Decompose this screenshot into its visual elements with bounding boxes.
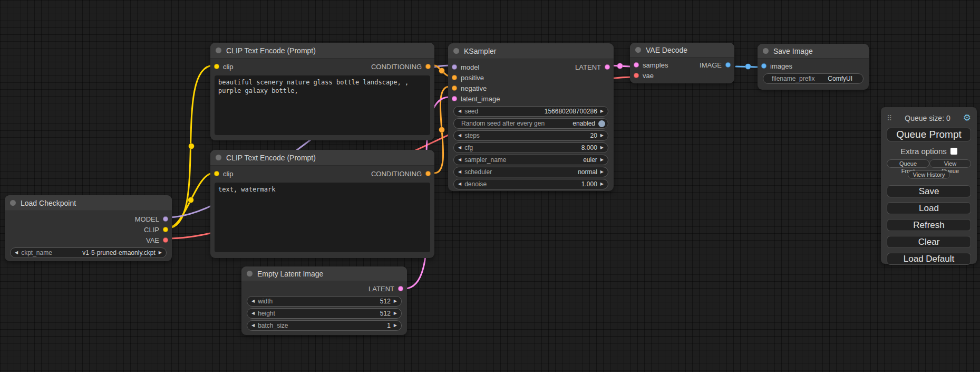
node-empty-latent-image[interactable]: Empty Latent Image LATENT ◀ width 512 ▶ … [241,266,407,335]
model-output-slot[interactable] [163,216,168,222]
queue-prompt-button[interactable]: Queue Prompt [887,128,971,141]
next-arrow-icon[interactable]: ▶ [600,170,604,174]
negative-input-slot[interactable] [452,85,457,91]
latent-output-slot[interactable] [605,64,610,70]
slot-label: LATENT [368,285,394,293]
prev-arrow-icon[interactable]: ◀ [458,109,461,113]
positive-input-slot[interactable] [452,75,457,80]
slot-label: samples [643,61,668,69]
width-stepper[interactable]: ◀ width 512 ▶ [247,296,402,307]
widget-value: 156680208700286 [545,108,597,115]
queue-panel[interactable]: ⠿ Queue size: 0 ⚙ Queue Prompt Extra opt… [881,107,977,264]
height-stepper[interactable]: ◀ height 512 ▶ [247,308,402,319]
node-load-checkpoint[interactable]: Load Checkpoint MODEL CLIP VAE ◀ ckpt_na… [5,195,172,261]
prev-arrow-icon[interactable]: ◀ [458,170,461,174]
extra-options-checkbox[interactable] [950,148,957,155]
next-arrow-icon[interactable]: ▶ [394,311,397,316]
seed-stepper[interactable]: ◀ seed 156680208700286 ▶ [453,106,608,117]
collapse-dot-icon[interactable] [763,48,769,54]
collapse-dot-icon[interactable] [216,155,221,160]
random-seed-toggle[interactable]: Random seed after every gen enabled [453,118,608,129]
next-arrow-icon[interactable]: ▶ [394,299,397,303]
toggle-knob-icon[interactable] [598,120,605,127]
scheduler-combo[interactable]: ◀ scheduler normal ▶ [453,167,608,177]
node-ksampler[interactable]: KSampler model LATENT positive negative … [448,43,614,191]
node-save-image[interactable]: Save Image images filename_prefix ComfyU… [758,44,869,90]
widget-label: batch_size [258,322,288,329]
widget-label: denoise [464,180,487,188]
next-arrow-icon[interactable]: ▶ [600,158,604,162]
node-vae-decode[interactable]: VAE Decode samples IMAGE vae [630,43,734,83]
images-input-slot[interactable] [761,63,766,69]
link-dot [439,127,445,133]
sampler-name-combo[interactable]: ◀ sampler_name euler ▶ [453,155,608,165]
node-header[interactable]: CLIP Text Encode (Prompt) [210,43,434,59]
prev-arrow-icon[interactable]: ◀ [458,158,461,162]
save-button[interactable]: Save [887,185,971,197]
widget-label: steps [464,132,480,139]
vae-input-slot[interactable] [634,73,639,78]
steps-stepper[interactable]: ◀ steps 20 ▶ [453,130,608,141]
collapse-dot-icon[interactable] [453,48,459,54]
samples-input-slot[interactable] [634,62,639,68]
node-header[interactable]: CLIP Text Encode (Prompt) [210,150,434,166]
node-header[interactable]: KSampler [448,43,614,59]
load-button[interactable]: Load [887,202,971,214]
model-input-slot[interactable] [452,64,457,70]
slot-label: CONDITIONING [371,63,422,71]
collapse-dot-icon[interactable] [635,47,641,53]
batch-size-stepper[interactable]: ◀ batch_size 1 ▶ [247,320,402,331]
node-header[interactable]: Empty Latent Image [241,266,407,281]
next-arrow-icon[interactable]: ▶ [394,323,397,328]
node-header[interactable]: VAE Decode [630,43,734,58]
ckpt-name-combo[interactable]: ◀ ckpt_name v1-5-pruned-emaonly.ckpt ▶ [10,247,167,258]
prev-arrow-icon[interactable]: ◀ [251,323,255,328]
slot-label: clip [223,170,234,178]
link-dot [617,63,623,69]
latent-image-input-slot[interactable] [452,96,457,101]
denoise-stepper[interactable]: ◀ denoise 1.000 ▶ [453,179,608,189]
clear-button[interactable]: Clear [887,236,971,248]
node-clip-text-encode-negative[interactable]: CLIP Text Encode (Prompt) clip CONDITION… [210,150,434,258]
image-output-slot[interactable] [725,62,731,68]
prev-arrow-icon[interactable]: ◀ [251,311,255,316]
settings-gear-icon[interactable]: ⚙ [963,112,971,123]
clip-output-slot[interactable] [163,227,168,232]
prev-arrow-icon[interactable]: ◀ [15,251,18,255]
node-title: Save Image [773,47,813,55]
view-queue-button[interactable]: View Queue [929,159,971,168]
vae-output-slot[interactable] [163,237,168,243]
prev-arrow-icon[interactable]: ◀ [458,133,461,138]
prompt-text-input[interactable]: beautiful scenery nature glass bottle la… [215,75,430,135]
collapse-dot-icon[interactable] [10,200,16,206]
slot-label: images [770,62,792,70]
latent-output-slot[interactable] [398,286,403,291]
collapse-dot-icon[interactable] [247,271,253,276]
node-clip-text-encode-positive[interactable]: CLIP Text Encode (Prompt) clip CONDITION… [210,43,434,140]
node-header[interactable]: Save Image [758,44,869,59]
cfg-stepper[interactable]: ◀ cfg 8.000 ▶ [453,142,608,153]
queue-front-button[interactable]: Queue Front [887,159,929,168]
clip-input-slot[interactable] [214,64,219,69]
load-default-button[interactable]: Load Default [887,253,971,265]
collapse-dot-icon[interactable] [216,47,221,53]
next-arrow-icon[interactable]: ▶ [600,109,604,113]
node-header[interactable]: Load Checkpoint [5,195,172,211]
filename-prefix-field[interactable]: filename_prefix ComfyUI [763,73,863,84]
widget-value: euler [583,156,597,164]
prev-arrow-icon[interactable]: ◀ [458,146,461,150]
clip-input-slot[interactable] [214,171,219,176]
link-dot [745,64,751,70]
next-arrow-icon[interactable]: ▶ [159,251,162,255]
prev-arrow-icon[interactable]: ◀ [251,299,255,303]
next-arrow-icon[interactable]: ▶ [600,182,604,186]
prev-arrow-icon[interactable]: ◀ [458,182,461,186]
prompt-text-input[interactable]: text, watermark [215,183,430,252]
drag-handle-icon[interactable]: ⠿ [887,114,892,122]
refresh-button[interactable]: Refresh [887,219,971,231]
next-arrow-icon[interactable]: ▶ [600,146,604,150]
conditioning-output-slot[interactable] [425,171,431,176]
view-history-button[interactable]: View History [908,170,950,179]
conditioning-output-slot[interactable] [425,64,431,69]
next-arrow-icon[interactable]: ▶ [600,133,604,138]
